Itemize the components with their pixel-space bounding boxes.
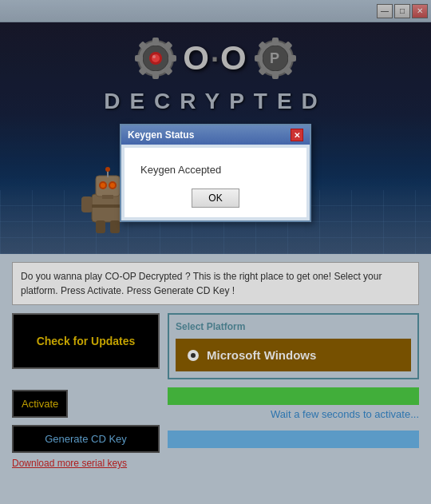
modal-ok-button[interactable]: OK (192, 189, 239, 208)
modal-title: Keygen Status (128, 129, 194, 141)
modal-body: Keygen Accepted OK (125, 148, 306, 217)
modal-title-bar: Keygen Status ✕ (121, 125, 310, 145)
modal-message: Keygen Accepted (140, 164, 291, 176)
modal-close-button[interactable]: ✕ (291, 129, 303, 141)
modal-dialog: Keygen Status ✕ Keygen Accepted OK (120, 124, 311, 222)
modal-overlay: Keygen Status ✕ Keygen Accepted OK (0, 0, 431, 504)
